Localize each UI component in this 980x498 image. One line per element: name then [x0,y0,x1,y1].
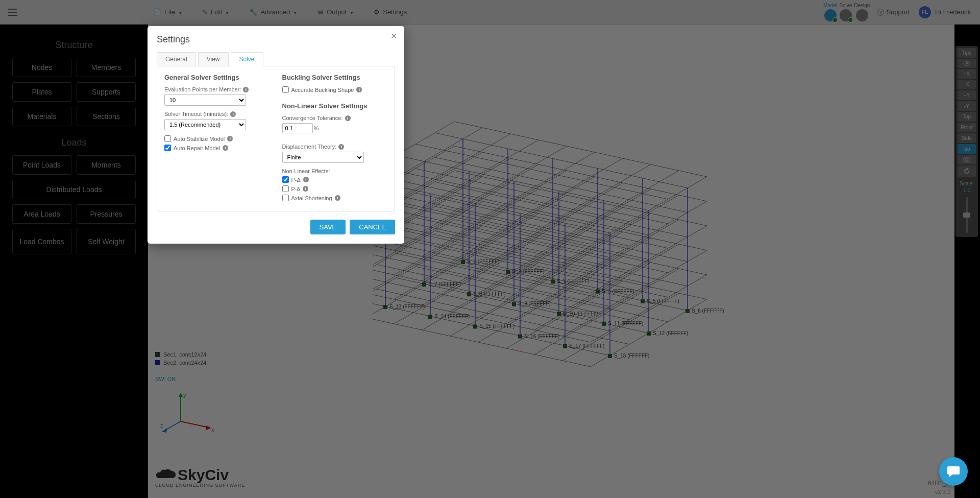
tab-solve[interactable]: Solve [231,52,263,66]
close-icon[interactable]: ✕ [390,31,397,41]
view-refresh-icon[interactable] [958,165,976,177]
menu-advanced[interactable]: 🔧 Advanced [249,8,297,16]
axial-shortening-checkbox[interactable]: Axial Shorteningi [282,195,388,201]
svg-line-53 [415,218,668,273]
svg-line-4 [377,167,629,222]
view-side[interactable]: Side [958,133,976,143]
scale-slider[interactable] [966,197,968,233]
pressures-button[interactable]: Pressures [77,204,136,224]
load-combos-button[interactable]: Load Combos [12,229,71,254]
menu-settings[interactable]: ⚙ Settings [374,8,407,16]
hamburger-menu[interactable] [5,9,20,16]
svg-marker-159 [206,425,211,430]
convergence-label: Convergence Tolerance:i [282,115,388,121]
svg-text:S_14 (FFFFFF): S_14 (FFFFFF) [434,314,470,319]
info-icon[interactable]: i [303,177,309,182]
eval-points-select[interactable]: 10 [164,94,246,106]
scale-label: Scale: [958,181,976,186]
view-iso[interactable]: Iso [958,144,976,154]
svg-line-69 [435,231,688,286]
info-icon[interactable]: i [230,111,236,117]
displacement-select[interactable]: Finite [282,152,364,163]
svg-line-3 [396,155,649,210]
toolbar-right: Model Solve Design ?Support FL Hi Freder… [823,3,975,21]
svg-rect-140 [602,322,606,326]
svg-text:S_12 (FFFFFF): S_12 (FFFFFF) [653,330,688,336]
sections-button[interactable]: Sections [77,107,136,126]
view-tips[interactable]: Tips [958,48,976,58]
svg-rect-134 [467,292,471,296]
view-front[interactable]: Front [958,123,976,132]
view-plus-y[interactable]: +Y [958,90,976,100]
nonlinear-effects-label: Non-Linear Effects: [282,168,388,174]
solver-timeout-select[interactable]: 1.5 (Recommended) [164,119,246,130]
point-loads-button[interactable]: Point Loads [12,155,71,175]
svg-rect-120 [461,260,465,264]
menu-edit[interactable]: ✎ Edit [202,8,229,16]
nodes-button[interactable]: Nodes [12,58,71,77]
distributed-loads-button[interactable]: Distributed Loads [12,180,136,199]
svg-text:S_13 (FFFFFF): S_13 (FFFFFF) [389,304,425,310]
svg-text:S_11 (FFFFFF): S_11 (FFFFFF) [608,321,643,326]
svg-line-9 [394,134,510,201]
info-icon[interactable]: i [227,136,233,141]
accurate-buckling-checkbox[interactable]: Accurate Buckling Shapei [282,86,388,93]
menu-output[interactable]: 🖥 Output [317,8,353,16]
info-icon[interactable]: i [223,145,228,151]
info-icon[interactable]: i [335,195,340,201]
buckling-heading: Buckling Solver Settings [282,74,388,81]
svg-line-91 [373,312,591,367]
area-loads-button[interactable]: Area Loads [12,204,71,224]
plates-button[interactable]: Plates [12,82,71,102]
svg-marker-157 [179,393,183,397]
tab-view[interactable]: View [198,52,229,66]
view-top[interactable]: Top [958,112,976,122]
chat-bubble[interactable] [939,457,968,486]
logo-subtitle: CLOUD ENGINEERING SOFTWARE [155,483,245,488]
user-menu[interactable]: FL Hi Frederick [919,6,975,18]
mode-solve[interactable]: Solve [839,3,852,21]
axis-indicator: y x z [160,391,216,437]
members-button[interactable]: Members [77,58,136,77]
svg-text:S_8 (FFFFFF): S_8 (FFFFFF) [473,291,506,297]
tab-general[interactable]: General [157,52,196,66]
p-delta-cap-checkbox[interactable]: P-Δi [282,176,388,183]
svg-text:S_3 (FFFFFF): S_3 (FFFFFF) [557,278,590,284]
svg-rect-148 [473,324,477,328]
view-plus-x[interactable]: +X [958,69,976,79]
support-link[interactable]: ?Support [877,8,912,16]
view-eye-icon[interactable] [958,59,976,68]
info-icon[interactable]: i [243,87,249,92]
convergence-input[interactable] [282,123,313,133]
moments-button[interactable]: Moments [77,155,136,175]
view-camera-icon[interactable] [958,155,976,164]
supports-button[interactable]: Supports [77,82,136,102]
general-solver-heading: General Solver Settings [164,74,270,81]
info-icon[interactable]: i [338,144,344,150]
save-button[interactable]: SAVE [310,220,346,234]
info-icon[interactable]: i [345,115,351,121]
svg-line-54 [396,229,649,284]
info-icon[interactable]: i [356,87,362,92]
auto-stabilize-checkbox[interactable]: Auto Stabilize Modeli [164,135,270,142]
mode-model[interactable]: Model [823,3,837,21]
p-delta-small-checkbox[interactable]: P-δi [282,185,388,192]
view-minus-y[interactable]: -Y [958,101,976,111]
svg-text:S_6 (FFFFFF): S_6 (FFFFFF) [692,308,724,314]
avatar: FL [919,6,931,18]
view-controls: Tips +X -X +Y -Y Top Front Side Iso Scal… [955,46,978,237]
materials-button[interactable]: Materials [12,107,71,126]
svg-rect-138 [557,312,561,316]
info-icon[interactable]: i [303,186,308,192]
auto-repair-checkbox[interactable]: Auto Repair Modeli [164,145,270,151]
cancel-button[interactable]: CANCEL [350,220,395,234]
self-weight-button[interactable]: Self Weight [77,229,136,254]
solver-timeout-label: Solver Timeout (minutes):i [164,111,270,117]
mode-design[interactable]: Design [854,3,870,21]
svg-rect-144 [383,305,387,309]
svg-line-71 [396,253,649,309]
svg-point-168 [966,159,968,161]
view-minus-x[interactable]: -X [958,80,976,89]
svg-text:x: x [211,426,214,433]
menu-file[interactable]: 📄 File [153,8,182,16]
